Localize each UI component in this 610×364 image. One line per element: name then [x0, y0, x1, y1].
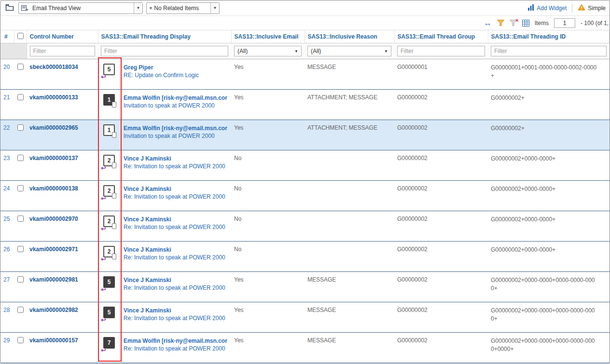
row-number-link[interactable]: 23: [3, 155, 10, 162]
threading-id-filter-input[interactable]: [491, 46, 607, 56]
row-checkbox[interactable]: [17, 185, 24, 191]
subject-link[interactable]: Invitation to speak at POWER 2000: [124, 132, 227, 140]
email-thread-badge[interactable]: 2 ↩: [101, 246, 119, 266]
email-thread-badge[interactable]: 5 ↩: [101, 276, 119, 297]
subject-link[interactable]: RE: Update on Confirm Logic: [124, 71, 199, 79]
control-number-link[interactable]: vkami0000002970: [29, 216, 78, 222]
row-checkbox[interactable]: [17, 246, 24, 252]
subject-link[interactable]: Re: Invitation to speak at POWER 2000: [124, 284, 225, 292]
control-number-link[interactable]: vkami0000000138: [29, 185, 78, 192]
control-number-link[interactable]: vkami0000000133: [29, 94, 78, 101]
column-header-threading-display[interactable]: SAS13::Email Threading Display: [98, 30, 231, 43]
column-header-num[interactable]: #: [0, 30, 14, 43]
sender-link[interactable]: Emma Wolfin [risk-ny@email.msn.cor: [124, 124, 227, 132]
document-icon: [112, 102, 116, 108]
email-thread-badge[interactable]: 2 ↩: [101, 216, 119, 236]
column-header-control-number[interactable]: Control Number: [27, 30, 98, 43]
subject-link[interactable]: Re: Invitation to speak at POWER 2000: [124, 314, 225, 322]
row-number-link[interactable]: 29: [3, 337, 10, 344]
sender-link[interactable]: Emma Wolfin [risk-ny@email.msn.cor: [124, 337, 227, 345]
inclusive-reason-cell: MESSAGE: [305, 333, 394, 363]
threading-id-cell: G00000002+0000-0000+0000-0000-0000+: [488, 302, 610, 333]
email-summary: Emma Wolfin [risk-ny@email.msn.cor Invit…: [124, 124, 227, 145]
row-number-link[interactable]: 26: [3, 246, 10, 253]
control-number-link[interactable]: vkami0000002982: [29, 307, 78, 313]
browse-folder-button[interactable]: [4, 3, 15, 13]
sender-link[interactable]: Vince J Kaminski: [124, 276, 225, 284]
thread-group-cell: G00000001: [394, 59, 488, 90]
row-checkbox[interactable]: [17, 216, 24, 222]
row-checkbox[interactable]: [17, 307, 24, 313]
sender-link[interactable]: Vince J Kaminski: [124, 216, 225, 223]
control-number-link[interactable]: vkami0000002971: [29, 246, 78, 253]
email-thread-badge[interactable]: 5 ↩: [101, 64, 119, 84]
sender-link[interactable]: Vince J Kaminski: [124, 185, 225, 193]
reply-arrow-icon: ↩: [101, 347, 106, 353]
row-number-link[interactable]: 20: [3, 64, 10, 70]
inclusive-email-cell: Yes: [231, 90, 305, 120]
subject-link[interactable]: Re: Invitation to speak at POWER 2000: [124, 345, 227, 352]
inclusive-email-cell: Yes: [231, 302, 305, 333]
row-number-link[interactable]: 21: [3, 94, 10, 101]
control-number-link[interactable]: sbeck0000018034: [29, 64, 78, 70]
view-selector-dropdown[interactable]: Email Thread View ▼: [18, 2, 143, 14]
email-thread-badge[interactable]: 2 ↩: [101, 155, 119, 175]
column-header-threading-id[interactable]: SAS13::Email Threading ID: [488, 30, 610, 43]
inclusive-email-cell: No: [231, 150, 305, 181]
threading-display-filter-input[interactable]: [101, 46, 228, 56]
clear-x-mark: ×: [515, 17, 518, 23]
filter-toggle-icon[interactable]: [497, 20, 504, 26]
row-number-link[interactable]: 22: [3, 124, 10, 131]
sender-link[interactable]: Emma Wolfin [risk-ny@email.msn.cor: [124, 94, 227, 102]
grid-view-icon[interactable]: [522, 20, 529, 27]
sender-link[interactable]: Vince J Kaminski: [124, 155, 225, 162]
email-thread-badge[interactable]: 5 ↩: [101, 307, 119, 327]
column-header-thread-group[interactable]: SAS13::Email Thread Group: [394, 30, 488, 43]
row-number-link[interactable]: 28: [3, 307, 10, 313]
inclusive-email-filter-select[interactable]: (All) ▼: [234, 46, 302, 56]
expand-width-icon[interactable]: ↔: [484, 19, 492, 27]
table-row: 27 vkami0000002981 5 ↩ Vince J Kaminski …: [0, 272, 610, 302]
subject-link[interactable]: Re: Invitation to speak at POWER 2000: [124, 193, 225, 201]
table-row: 26 vkami0000002971 2 ↩ Vince J Kaminski …: [0, 242, 610, 272]
row-checkbox[interactable]: [17, 94, 24, 100]
subject-link[interactable]: Re: Invitation to speak at POWER 2000: [124, 223, 225, 231]
control-number-filter-input[interactable]: [30, 46, 96, 56]
add-widget-button[interactable]: Add Widget: [527, 4, 567, 12]
row-number-link[interactable]: 25: [3, 216, 10, 222]
subject-link[interactable]: Invitation to speak at POWER 2000: [124, 102, 227, 109]
reply-arrow-icon: ↩: [101, 226, 106, 232]
inclusive-reason-filter-select[interactable]: (All) ▼: [307, 46, 391, 56]
row-checkbox[interactable]: [17, 155, 24, 161]
email-thread-badge[interactable]: 1 ↩: [101, 124, 119, 145]
filter-row: (All) ▼ (All) ▼: [0, 43, 610, 59]
sender-link[interactable]: Vince J Kaminski: [124, 246, 225, 254]
related-items-dropdown[interactable]: + No Related Items ▼: [146, 2, 220, 14]
sender-link[interactable]: Greg Piper: [124, 64, 199, 71]
simple-warning-button[interactable]: Simple: [578, 4, 606, 12]
control-number-link[interactable]: vkami0000000157: [29, 337, 78, 344]
thread-group-filter-input[interactable]: [397, 46, 485, 56]
row-checkbox[interactable]: [17, 64, 24, 70]
email-thread-badge[interactable]: 7 ↩: [101, 337, 119, 357]
email-thread-badge[interactable]: 2 ↩: [101, 185, 119, 205]
clear-filters-icon[interactable]: ×: [510, 20, 517, 26]
row-number-link[interactable]: 24: [3, 185, 10, 192]
subject-link[interactable]: Re: Invitation to speak at POWER 2000: [124, 162, 225, 170]
control-number-link[interactable]: vkami0000002965: [29, 124, 78, 131]
row-checkbox[interactable]: [17, 276, 24, 283]
subject-link[interactable]: Re: Invitation to speak at POWER 2000: [124, 254, 225, 261]
page-number-input[interactable]: [554, 18, 575, 28]
column-header-inclusive-reason[interactable]: SAS13::Inclusive Reason: [305, 30, 394, 43]
row-checkbox[interactable]: [17, 124, 24, 131]
control-number-link[interactable]: vkami0000000137: [29, 155, 78, 162]
table-row: 24 vkami0000000138 2 ↩ Vince J Kaminski …: [0, 181, 610, 211]
sender-link[interactable]: Vince J Kaminski: [124, 307, 225, 314]
row-number-link[interactable]: 27: [3, 276, 10, 283]
row-checkbox[interactable]: [17, 337, 24, 343]
table-row: 23 vkami0000000137 2 ↩ Vince J Kaminski …: [0, 150, 610, 181]
column-header-inclusive-email[interactable]: SAS13::Inclusive Email: [231, 30, 305, 43]
control-number-link[interactable]: vkami0000002981: [29, 276, 78, 283]
email-thread-badge[interactable]: 1 ↩: [101, 94, 119, 114]
select-all-checkbox[interactable]: [17, 33, 24, 39]
